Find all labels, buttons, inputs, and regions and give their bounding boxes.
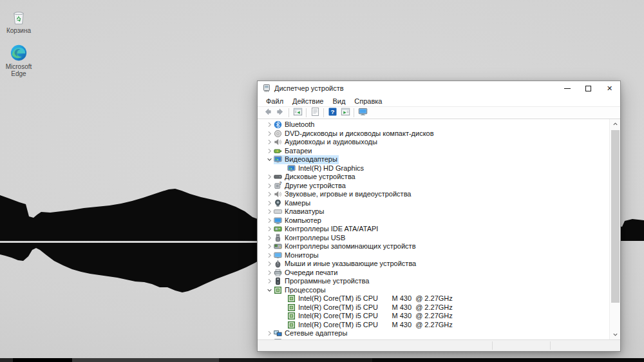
processor-icon [287, 303, 296, 312]
tree-item[interactable]: Звуковые, игровые и видеоустройства [258, 190, 609, 199]
tree-item[interactable]: Аудиовходы и аудиовыходы [258, 138, 609, 147]
tree-item-body[interactable]: Компьютер [274, 216, 323, 225]
tree-item-body[interactable]: Контроллеры IDE ATA/ATAPI [274, 225, 379, 234]
tree-item-body[interactable]: DVD-дисководы и дисководы компакт-дисков [274, 129, 435, 138]
tree-item[interactable]: Компьютер [258, 216, 609, 225]
tree-item[interactable]: Контроллеры USB [258, 234, 609, 243]
tree-item[interactable]: Батареи [258, 147, 609, 156]
chevron-right-icon[interactable] [265, 191, 274, 198]
chevron-right-icon[interactable] [265, 121, 274, 129]
chevron-right-icon[interactable] [265, 330, 274, 338]
help-button[interactable]: ? [326, 108, 339, 119]
selected-tree-item-body[interactable]: Видеоадаптеры [274, 155, 339, 164]
tree-item[interactable]: Камеры [258, 199, 609, 208]
tree-item-body[interactable]: Контроллеры USB [274, 234, 346, 243]
tree-item[interactable]: ?Другие устройства [258, 182, 609, 191]
menu-item[interactable]: Файл [261, 96, 288, 106]
tree-item[interactable]: Intel(R) Core(TM) i5 CPU M 430 @ 2.27GHz [258, 312, 609, 321]
back-arrow-button[interactable] [261, 108, 274, 119]
scan-hardware-button[interactable] [356, 108, 369, 119]
chevron-right-icon[interactable] [265, 138, 274, 146]
menu-item[interactable]: Действие [288, 96, 328, 106]
tree-item-body[interactable]: Bluetooth [274, 120, 316, 129]
properties-button[interactable] [308, 108, 321, 119]
chevron-right-icon[interactable] [265, 278, 274, 285]
desktop-icon-microsoft-edge[interactable]: Microsoft Edge [0, 44, 37, 77]
tree-item[interactable]: Intel(R) Core(TM) i5 CPU M 430 @ 2.27GHz [258, 294, 609, 303]
tree-item[interactable]: Контроллеры IDE ATA/ATAPI [258, 225, 609, 234]
chevron-right-icon[interactable] [265, 260, 274, 268]
chevron-right-icon[interactable] [265, 208, 274, 216]
chevron-right-icon[interactable] [265, 225, 274, 233]
minimize-button[interactable] [556, 81, 578, 95]
chevron-right-icon[interactable] [265, 216, 274, 224]
tree-item-label: Контроллеры IDE ATA/ATAPI [285, 225, 378, 233]
chevron-down-icon[interactable] [265, 156, 274, 164]
menu-item[interactable]: Вид [328, 96, 350, 106]
tree-item-body[interactable]: Дисковые устройства [274, 173, 357, 182]
tree-item[interactable]: Видеоадаптеры [258, 155, 609, 164]
toolbar-separator [323, 108, 324, 117]
menu-item[interactable]: Справка [350, 96, 386, 106]
tree-item[interactable]: Очереди печати [258, 269, 609, 278]
scroll-up-icon[interactable] [610, 119, 620, 129]
chevron-right-icon[interactable] [265, 234, 274, 242]
chevron-right-icon[interactable] [265, 173, 274, 181]
maximize-icon [585, 86, 591, 91]
tree-item[interactable]: Bluetooth [258, 120, 609, 129]
svg-text:?: ? [330, 108, 334, 115]
tree-item-body[interactable]: Мониторы [274, 251, 320, 260]
action-pane-button[interactable] [339, 108, 352, 119]
tree-item[interactable]: Программные устройства [258, 277, 609, 286]
tree-item[interactable]: Клавиатуры [258, 207, 609, 216]
vertical-scrollbar[interactable] [609, 119, 620, 339]
tree-item-body[interactable]: Батареи [274, 147, 314, 156]
maximize-button[interactable] [578, 81, 599, 95]
chevron-right-icon[interactable] [265, 182, 274, 189]
tree-item[interactable]: Intel(R) Core(TM) i5 CPU M 430 @ 2.27GHz [258, 321, 609, 330]
tree-item-body[interactable]: Процессоры [274, 286, 327, 295]
close-button[interactable]: ✕ [599, 81, 620, 95]
title-bar[interactable]: Диспетчер устройств ✕ [258, 81, 620, 95]
tree-item-body[interactable]: Intel(R) HD Graphics [287, 164, 365, 173]
tree-item[interactable]: Intel(R) HD Graphics [258, 164, 609, 173]
tree-item-body[interactable]: Intel(R) Core(TM) i5 CPU M 430 @ 2.27GHz [287, 294, 454, 303]
tree-item[interactable]: Мониторы [258, 251, 609, 260]
tree-item[interactable]: Контроллеры запоминающих устройств [258, 242, 609, 251]
chevron-right-icon[interactable] [265, 129, 274, 137]
tree-item-body[interactable]: Мыши и иные указывающие устройства [274, 260, 417, 269]
tree-item-body[interactable]: Клавиатуры [274, 207, 325, 216]
desktop-icon-recycle-bin[interactable]: Корзина [0, 8, 37, 34]
forward-arrow-button[interactable] [274, 108, 287, 119]
tree-item-body[interactable]: Программные устройства [274, 277, 370, 286]
chevron-right-icon[interactable] [265, 199, 274, 207]
chevron-right-icon[interactable] [265, 243, 274, 251]
action-pane-icon [341, 107, 350, 119]
tree-item[interactable]: Intel(R) Core(TM) i5 CPU M 430 @ 2.27GHz [258, 303, 609, 312]
tree-item[interactable]: DVD-дисководы и дисководы компакт-дисков [258, 129, 609, 138]
tree-item-label: Очереди печати [285, 269, 338, 277]
console-tree-button[interactable] [291, 108, 304, 119]
tree-item-body[interactable]: Камеры [274, 199, 312, 208]
chevron-down-icon[interactable] [265, 286, 274, 294]
dvd-drive-icon [274, 129, 283, 138]
tree-item[interactable]: Мыши и иные указывающие устройства [258, 260, 609, 269]
tree-item-body[interactable]: Intel(R) Core(TM) i5 CPU M 430 @ 2.27GHz [287, 303, 454, 312]
tree-item-body[interactable]: Контроллеры запоминающих устройств [274, 242, 417, 251]
chevron-right-icon[interactable] [265, 251, 274, 259]
tree-item[interactable]: Дисковые устройства [258, 173, 609, 182]
tree-item-body[interactable]: Intel(R) Core(TM) i5 CPU M 430 @ 2.27GHz [287, 312, 454, 321]
tree-item-body[interactable]: Звуковые, игровые и видеоустройства [274, 190, 413, 199]
scroll-down-icon[interactable] [610, 330, 620, 339]
tree-item[interactable]: Процессоры [258, 286, 609, 295]
tree-item-body[interactable]: Аудиовходы и аудиовыходы [274, 138, 379, 147]
chevron-right-icon[interactable] [265, 147, 274, 155]
chevron-right-icon[interactable] [265, 269, 274, 276]
tree-item-body[interactable]: Intel(R) Core(TM) i5 CPU M 430 @ 2.27GHz [287, 321, 454, 330]
close-icon: ✕ [607, 85, 612, 92]
tree-item-body[interactable]: ?Другие устройства [274, 182, 347, 191]
tree-item-body[interactable]: Очереди печати [274, 269, 339, 278]
scrollbar-thumb[interactable] [611, 130, 620, 303]
tree-item-body[interactable]: Сетевые адаптеры [274, 329, 348, 338]
tree-item[interactable]: Сетевые адаптеры [258, 329, 609, 338]
